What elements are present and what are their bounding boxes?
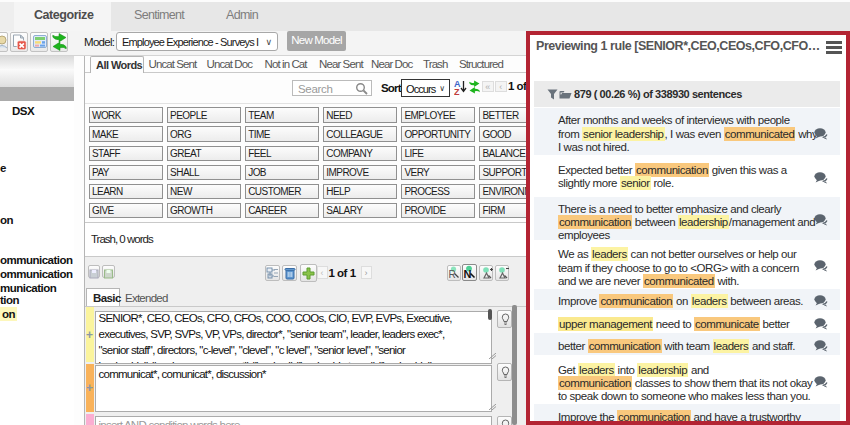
svg-text:Z: Z bbox=[454, 87, 460, 96]
